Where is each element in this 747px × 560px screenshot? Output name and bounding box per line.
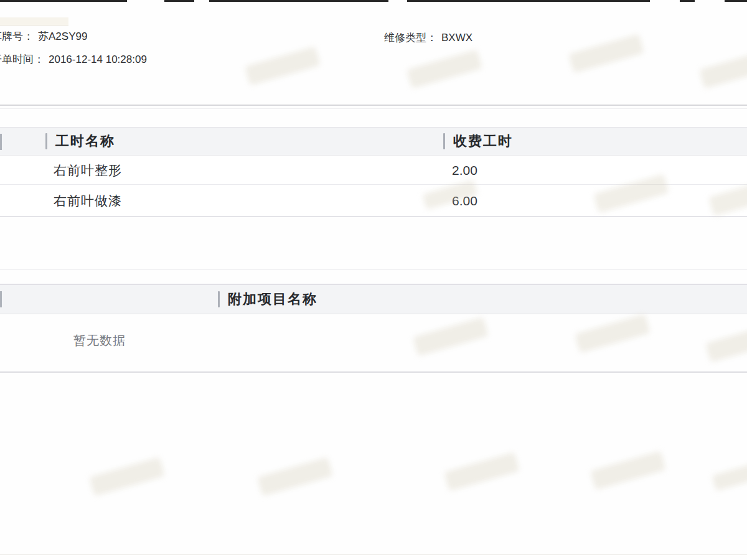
watermark xyxy=(705,323,747,362)
plate-number-value: 苏A2SY99 xyxy=(38,30,87,42)
watermark xyxy=(568,34,644,73)
section-divider xyxy=(0,105,747,106)
additional-item-header: 附加项目名称 xyxy=(218,285,317,314)
section-divider-shadow xyxy=(0,108,747,109)
top-edge-artifact xyxy=(0,0,747,2)
repair-type-field: 维修类型：BXWX xyxy=(384,30,472,45)
plate-number-field: 车牌号：苏A2SY99 xyxy=(0,29,87,44)
additional-table-header-row: 附加项目名称 xyxy=(0,284,747,314)
charged-hours-header-label: 收费工时 xyxy=(453,132,513,151)
charged-hours-header: 收费工时 xyxy=(443,128,513,155)
labor-panel-bottom-border xyxy=(0,269,747,269)
cut-column-edge xyxy=(0,291,2,307)
labor-name-cell: 右前叶整形 xyxy=(54,156,122,184)
bottom-edge-artifact xyxy=(0,554,747,555)
watermark xyxy=(575,314,651,353)
watermark xyxy=(413,317,489,356)
additional-item-header-label: 附加项目名称 xyxy=(228,290,317,309)
repair-type-label: 维修类型： xyxy=(384,32,437,44)
header-accent-bar xyxy=(45,133,47,149)
watermark xyxy=(406,49,482,88)
repair-type-value: BXWX xyxy=(441,32,472,44)
order-time-label: 开单时间： xyxy=(0,54,44,65)
table-row: 右前叶做漆 6.00 xyxy=(0,185,747,217)
watermark xyxy=(444,452,520,491)
charged-hours-cell: 2.00 xyxy=(452,156,477,184)
order-time-field: 开单时间：2016-12-14 10:28:09 xyxy=(0,52,147,67)
watermark-artifact-topleft xyxy=(0,17,68,26)
labor-name-header-label: 工时名称 xyxy=(55,132,115,151)
empty-data-placeholder: 暂无数据 xyxy=(73,333,126,348)
watermark xyxy=(590,450,666,490)
plate-number-label: 车牌号： xyxy=(0,30,34,42)
labor-name-cell: 右前叶做漆 xyxy=(54,185,122,216)
watermark xyxy=(245,46,321,85)
labor-name-header: 工时名称 xyxy=(45,128,115,155)
header-accent-bar xyxy=(218,291,220,307)
labor-table-header-row: 工时名称 收费工时 xyxy=(0,127,747,156)
watermark xyxy=(257,457,333,496)
order-time-value: 2016-12-14 10:28:09 xyxy=(49,54,147,65)
watermark xyxy=(89,457,165,496)
watermark xyxy=(699,49,747,88)
repair-order-detail-page: 车牌号：苏A2SY99 维修类型：BXWX 开单时间：2016-12-14 10… xyxy=(0,0,747,560)
header-accent-bar xyxy=(443,133,445,149)
cut-column-edge xyxy=(0,134,2,150)
additional-panel-bottom-border xyxy=(0,371,747,373)
watermark xyxy=(712,461,747,492)
table-row: 右前叶整形 2.00 xyxy=(0,156,747,185)
charged-hours-cell: 6.00 xyxy=(452,185,477,216)
